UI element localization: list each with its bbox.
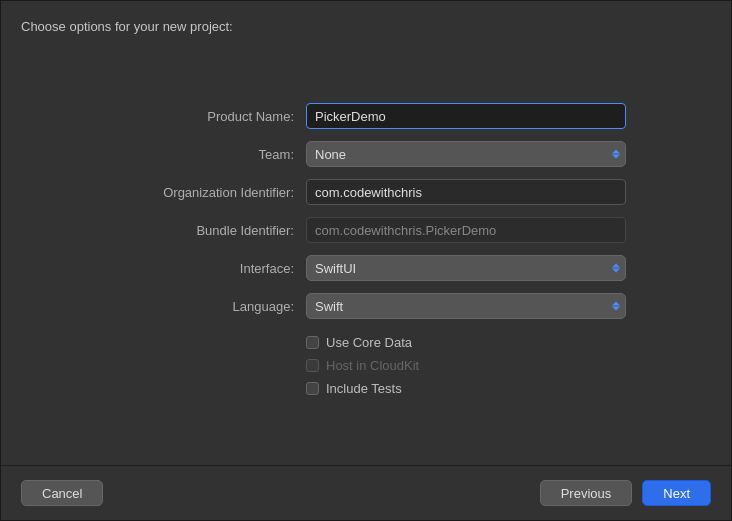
interface-select[interactable]: SwiftUI Storyboard — [306, 255, 626, 281]
next-button[interactable]: Next — [642, 480, 711, 506]
include-tests-label: Include Tests — [326, 381, 402, 396]
interface-label: Interface: — [106, 261, 306, 276]
form-area: Product Name: Team: None Personal Team O… — [1, 44, 731, 465]
language-row: Language: Swift Objective-C — [106, 293, 626, 319]
use-core-data-checkbox[interactable] — [306, 336, 319, 349]
new-project-dialog: Choose options for your new project: Pro… — [0, 0, 732, 521]
cancel-button[interactable]: Cancel — [21, 480, 103, 506]
dialog-title: Choose options for your new project: — [1, 1, 731, 44]
product-name-label: Product Name: — [106, 109, 306, 124]
bundle-identifier-label: Bundle Identifier: — [106, 223, 306, 238]
interface-select-wrapper: SwiftUI Storyboard — [306, 255, 626, 281]
language-select[interactable]: Swift Objective-C — [306, 293, 626, 319]
host-in-cloudkit-label: Host in CloudKit — [326, 358, 419, 373]
team-select-wrapper: None Personal Team — [306, 141, 626, 167]
language-select-wrapper: Swift Objective-C — [306, 293, 626, 319]
previous-button[interactable]: Previous — [540, 480, 633, 506]
org-identifier-input[interactable] — [306, 179, 626, 205]
interface-row: Interface: SwiftUI Storyboard — [106, 255, 626, 281]
product-name-row: Product Name: — [106, 103, 626, 129]
host-in-cloudkit-item: Host in CloudKit — [306, 358, 419, 373]
include-tests-checkbox[interactable] — [306, 382, 319, 395]
product-name-input[interactable] — [306, 103, 626, 129]
team-label: Team: — [106, 147, 306, 162]
org-identifier-label: Organization Identifier: — [106, 185, 306, 200]
use-core-data-item: Use Core Data — [306, 335, 412, 350]
bundle-identifier-value: com.codewithchris.PickerDemo — [306, 217, 626, 243]
host-in-cloudkit-checkbox — [306, 359, 319, 372]
use-core-data-label: Use Core Data — [326, 335, 412, 350]
language-label: Language: — [106, 299, 306, 314]
checkboxes-area: Use Core Data Host in CloudKit Include T… — [106, 335, 626, 396]
footer-right: Previous Next — [540, 480, 711, 506]
team-row: Team: None Personal Team — [106, 141, 626, 167]
team-select[interactable]: None Personal Team — [306, 141, 626, 167]
include-tests-item: Include Tests — [306, 381, 402, 396]
bundle-identifier-row: Bundle Identifier: com.codewithchris.Pic… — [106, 217, 626, 243]
org-identifier-row: Organization Identifier: — [106, 179, 626, 205]
footer: Cancel Previous Next — [1, 465, 731, 520]
